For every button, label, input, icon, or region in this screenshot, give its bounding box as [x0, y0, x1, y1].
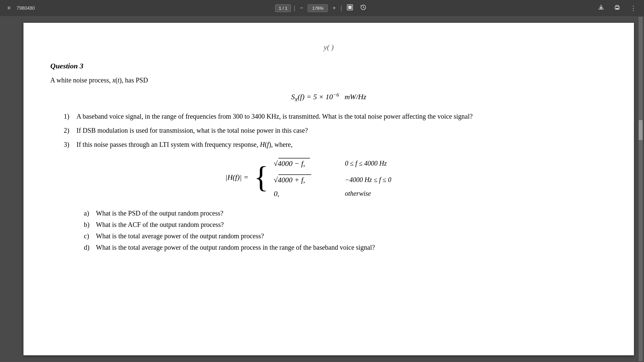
sub-item-c-text: What is the total average power of the o… [96, 230, 264, 242]
case-2-expr: √4000 + f, [274, 173, 334, 187]
page-total: 1 [285, 6, 287, 11]
case-1-cond: 0 ≤ f ≤ 4000 Hz [345, 160, 432, 167]
item-3: 3) If this noise passes through an LTI s… [64, 139, 607, 150]
toolbar-right: ⋮ [596, 3, 639, 13]
case-3-cond: otherwise [345, 190, 432, 197]
case-2-cond: −4000 Hz ≤ f ≤ 0 [345, 176, 432, 184]
download-button[interactable] [596, 3, 606, 13]
zoom-level[interactable]: 176% [308, 4, 328, 12]
fit-page-button[interactable] [345, 3, 356, 13]
question-title: Question 3 [50, 62, 607, 70]
question-intro: A white noise process, x(t), has PSD [50, 75, 607, 85]
sub-item-b: b) What is the ACF of the output random … [84, 219, 607, 230]
menu-button[interactable]: ≡ [5, 4, 12, 12]
svg-rect-4 [616, 8, 619, 9]
content-area: y( ) Question 3 A white noise process, x… [0, 16, 644, 362]
sub-item-c-alpha: c) [84, 230, 93, 242]
page-top-partial: y( ) [50, 43, 607, 52]
print-icon [614, 4, 621, 12]
svg-text:√4000 + f,: √4000 + f, [274, 176, 305, 184]
page-indicator[interactable]: 1 / 1 [275, 4, 291, 12]
separator1: | [294, 5, 296, 12]
item-1-num: 1) [64, 111, 74, 122]
sub-item-b-text: What is the ACF of the output random pro… [96, 219, 224, 230]
item-3-text: If this noise passes through an LTI syst… [76, 139, 292, 150]
history-button[interactable] [358, 3, 369, 13]
sub-item-a-text: What is the PSD of the output random pro… [96, 207, 223, 219]
sub-item-b-alpha: b) [84, 219, 93, 230]
case-1-expr: √4000 − f, [274, 157, 334, 170]
svg-point-5 [619, 7, 619, 8]
separator2: | [340, 5, 342, 12]
scrollbar-thumb[interactable] [639, 120, 643, 140]
print-button[interactable] [612, 3, 623, 13]
piecewise-lhs: |H(f)| = [225, 173, 249, 182]
case-3-expr: 0, [274, 189, 334, 198]
fit-page-icon [347, 4, 354, 12]
piecewise-case-2: √4000 + f, −4000 Hz ≤ f ≤ 0 [274, 173, 432, 187]
item-3-num: 3) [64, 139, 74, 150]
sub-item-a: a) What is the PSD of the output random … [84, 207, 607, 219]
sub-item-d-alpha: d) [84, 242, 93, 253]
scrollbar-track[interactable] [639, 17, 643, 361]
item-1: 1) A baseband voice signal, in the range… [64, 111, 607, 122]
item-1-text: A baseband voice signal, in the range of… [76, 111, 473, 122]
toolbar-center: 1 / 1 | − 176% + | [275, 3, 369, 13]
pdf-page: y( ) Question 3 A white noise process, x… [23, 23, 634, 355]
more-options-button[interactable]: ⋮ [628, 3, 639, 13]
item-2-text: If DSB modulation is used for transmissi… [76, 125, 308, 136]
partial-text: y( ) [324, 43, 334, 51]
piecewise-brace: { [254, 162, 268, 192]
intro-text: A white noise process, x(t), has PSD [50, 76, 148, 84]
left-gutter [0, 16, 20, 362]
sub-item-d: d) What is the total average power of th… [84, 242, 607, 253]
psd-formula: Sx(f) = 5 × 10−6 mW/Hz [50, 92, 607, 103]
item-2-num: 2) [64, 125, 74, 136]
sub-items: a) What is the PSD of the output random … [84, 207, 607, 253]
sub-item-d-text: What is the total average power of the o… [96, 242, 375, 253]
download-icon [598, 4, 604, 12]
svg-text:√4000 − f,: √4000 − f, [274, 159, 305, 168]
numbered-items: 1) A baseband voice signal, in the range… [64, 111, 607, 150]
menu-icon: ≡ [7, 5, 10, 11]
right-sidebar [637, 16, 644, 362]
piecewise-cases: √4000 − f, 0 ≤ f ≤ 4000 Hz √4000 + f, [274, 157, 432, 198]
sub-item-a-alpha: a) [84, 207, 93, 219]
piecewise-case-1: √4000 − f, 0 ≤ f ≤ 4000 Hz [274, 157, 432, 170]
item-2: 2) If DSB modulation is used for transmi… [64, 125, 607, 136]
svg-rect-1 [348, 6, 352, 9]
zoom-out-button[interactable]: − [298, 4, 305, 12]
zoom-in-icon: + [333, 5, 336, 11]
piecewise-block: |H(f)| = { √4000 − f, [50, 157, 607, 198]
zoom-out-icon: − [300, 5, 303, 11]
more-options-icon: ⋮ [630, 4, 637, 12]
sub-item-c: c) What is the total average power of th… [84, 230, 607, 242]
piecewise-case-3: 0, otherwise [274, 189, 432, 198]
history-icon [360, 4, 367, 12]
toolbar: ≡ 7980480 1 / 1 | − 176% + | [0, 0, 644, 16]
document-title: 7980480 [16, 5, 35, 11]
zoom-in-button[interactable]: + [331, 4, 338, 12]
page-current: 1 [279, 6, 281, 11]
